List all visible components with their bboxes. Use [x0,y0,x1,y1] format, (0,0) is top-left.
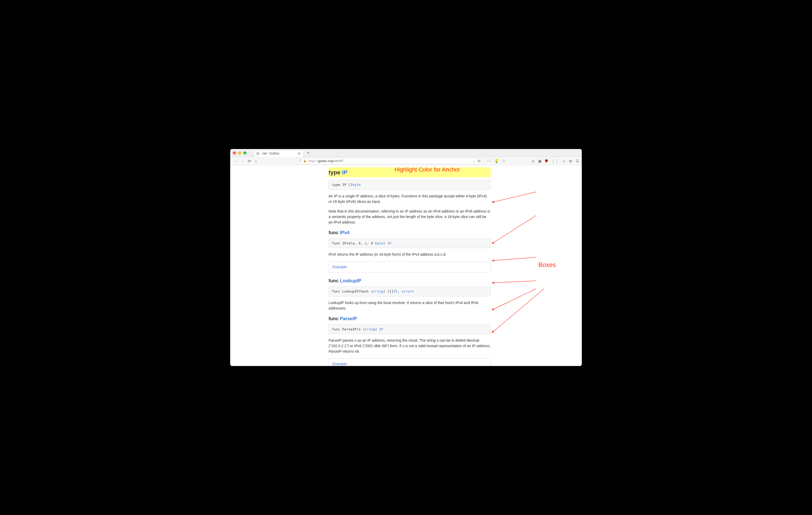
home-button[interactable]: ⌂ [254,159,257,163]
hint-icon[interactable]: 💡 [494,158,499,163]
ipv4-example-link[interactable]: Example [332,265,347,269]
tab-title: net - GoDoc [262,152,280,155]
page-actions-icon[interactable]: ⋯ [487,158,491,163]
svg-line-3 [492,281,536,283]
parseip-example-link[interactable]: Example [332,362,347,366]
close-tab-button[interactable]: ✕ [298,152,300,156]
parseip-example-box[interactable]: Example [328,358,491,366]
svg-line-2 [492,257,536,261]
annotation-highlight-label: Highlight Color for Anchor [395,166,460,173]
menu-icon[interactable]: ☰ [576,159,579,163]
window-controls [233,151,246,154]
sidebar-icon[interactable]: ▣ [538,159,542,163]
overflow-icon[interactable]: ≫ [569,159,573,163]
toolbar-right: ⫼ ▣ ⛊ ⋮⋮ ☺ ≫ ☰ [531,159,579,163]
url-bar[interactable]: ⓘ 🔒 https://godoc.org/net#IP ⌄ ▤ [297,158,483,164]
lock-icon: 🔒 [303,159,307,162]
svg-line-5 [492,289,544,333]
type-ip-codebox: type IP []byte [328,180,491,190]
browser-window: GoDoc net - GoDoc ✕ ＋ ← → ⟳ ⌂ ⓘ 🔒 https:… [230,149,582,366]
new-tab-button[interactable]: ＋ [306,150,310,156]
func-lookupip-codebox: func LookupIP(host string) ([]IP, error) [328,286,491,297]
maximize-window-button[interactable] [243,151,246,154]
ublock-icon[interactable]: ⛊ [545,159,548,163]
bookmark-star-icon[interactable]: ☆ [502,158,505,163]
func-parseip-link[interactable]: ParseIP [340,316,357,321]
svg-line-4 [492,289,536,310]
func-parseip-desc: ParseIP parses s as an IP address, retur… [328,338,491,354]
url-text: https://godoc.org/net#IP [309,159,343,163]
ipv4-example-box[interactable]: Example [328,262,491,273]
func-parseip-heading: func ParseIP [328,315,491,322]
func-ipv4-codebox: func IPv4(a, b, c, d byte) IP [328,238,491,248]
minimize-window-button[interactable] [238,151,241,154]
favicon-icon: GoDoc [257,152,260,155]
navbar: ← → ⟳ ⌂ ⓘ 🔒 https://godoc.org/net#IP ⌄ ▤… [230,157,582,165]
forward-button[interactable]: → [240,159,245,163]
library-icon[interactable]: ⫼ [531,159,535,163]
func-ipv4-link[interactable]: IPv4 [340,230,349,235]
grid-icon[interactable]: ⋮⋮ [551,159,559,163]
close-window-button[interactable] [233,151,236,154]
page-viewport: type IP type IP []byte An IP is a single… [230,165,582,366]
type-ip-link[interactable]: IP [342,169,347,176]
site-info-icon[interactable]: ⓘ [298,159,301,163]
svg-line-1 [492,215,536,244]
chevron-down-icon[interactable]: ⌄ [473,159,475,163]
back-button[interactable]: ← [233,159,237,163]
titlebar: GoDoc net - GoDoc ✕ ＋ [230,149,582,157]
annotation-boxes-label: Boxes [539,261,556,269]
content: type IP type IP []byte An IP is a single… [328,165,491,366]
func-ipv4-heading: func IPv4 [328,229,491,236]
reader-view-icon[interactable]: ▤ [478,159,481,163]
func-lookupip-link[interactable]: LookupIP [340,278,361,283]
func-lookupip-desc: LookupIP looks up host using the local r… [328,300,491,311]
func-lookupip-heading: func LookupIP [328,277,491,284]
browser-tab[interactable]: GoDoc net - GoDoc ✕ [254,150,303,157]
svg-line-0 [492,192,536,202]
reload-button[interactable]: ⟳ [248,159,252,163]
type-ip-desc-2: Note that in this documentation, referri… [328,209,491,225]
type-ip-desc-1: An IP is a single IP address, a slice of… [328,193,491,205]
func-parseip-codebox: func ParseIP(s string) IP [328,325,491,334]
func-ipv4-desc: IPv4 returns the IP address (in 16-byte … [328,252,491,257]
account-icon[interactable]: ☺ [562,159,566,163]
